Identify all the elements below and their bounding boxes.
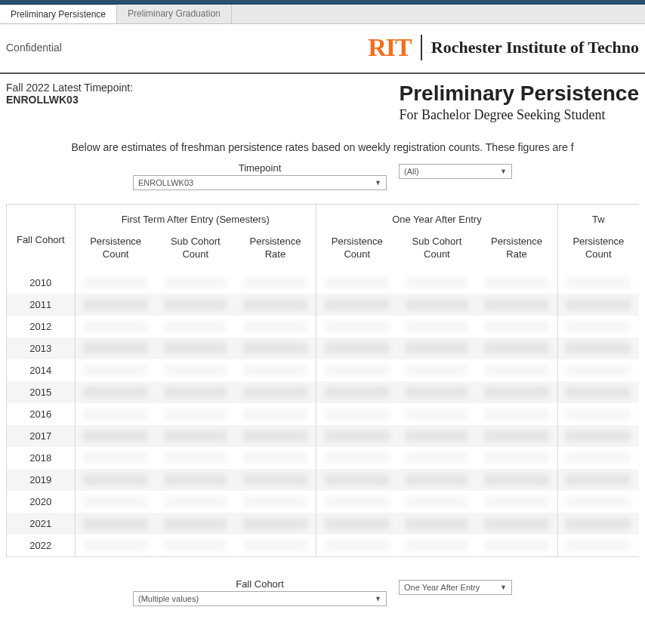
data-cell [156,359,235,381]
data-cell [75,469,156,491]
data-cell [316,535,398,556]
col-pc2: PersistenceCount [316,231,398,272]
col-sc2: Sub CohortCount [397,231,476,272]
data-cell [476,381,557,403]
data-cell [235,425,316,447]
data-cell [75,337,156,359]
data-cell [75,294,156,316]
data-cell [316,359,398,381]
table-row: 2011 [7,294,639,316]
data-cell [476,491,557,513]
table-row: 2022 [7,535,639,556]
data-cell [235,403,316,425]
group-one-year: One Year After Entry [316,205,558,231]
data-cell [557,491,639,513]
table-row: 2015 [7,381,639,403]
col-pc3: PersistenceCount [557,231,639,272]
data-cell [316,513,398,535]
year-cell: 2012 [7,316,75,337]
data-cell [75,272,156,294]
col-pr1: PersistenceRate [235,231,316,272]
data-cell [156,337,235,359]
table-col-headers: PersistenceCount Sub CohortCount Persist… [7,231,639,272]
data-cell [316,469,398,491]
data-cell [316,316,398,337]
data-cell [75,403,156,425]
group-first-term: First Term After Entry (Semesters) [75,205,316,231]
col-sc1: Sub CohortCount [156,231,235,272]
col-pr2: PersistenceRate [476,231,557,272]
data-cell [75,513,156,535]
data-cell [397,513,476,535]
data-cell [75,447,156,469]
table-row: 2020 [7,491,639,513]
other-dropdown-value: (All) [404,167,419,176]
year-cell: 2016 [7,403,75,425]
data-cell [397,535,476,556]
timepoint-dropdown[interactable]: ENROLLWK03 ▼ [133,175,387,190]
period-dropdown[interactable]: One Year After Entry ▼ [399,580,512,595]
tab-graduation[interactable]: Preliminary Graduation [117,5,232,23]
table-row: 2014 [7,359,639,381]
chevron-down-icon: ▼ [500,168,507,175]
data-cell [557,337,639,359]
data-cell [397,294,476,316]
fallcohort-dropdown[interactable]: (Multiple values) ▼ [133,591,387,606]
data-table-wrap: Fall Cohort First Term After Entry (Seme… [6,204,639,557]
year-cell: 2013 [7,337,75,359]
year-cell: 2014 [7,359,75,381]
other-dropdown[interactable]: (All) ▼ [399,164,512,179]
table-group-header: Fall Cohort First Term After Entry (Seme… [7,205,639,231]
group-two-year: Tw [557,205,639,231]
top-filter-row: Timepoint ENROLLWK03 ▼ (All) ▼ [0,162,645,190]
data-cell [397,272,476,294]
data-cell [557,294,639,316]
data-cell [476,535,557,556]
data-cell [235,381,316,403]
table-row: 2019 [7,469,639,491]
data-cell [397,425,476,447]
year-cell: 2015 [7,381,75,403]
data-cell [156,403,235,425]
timepoint-dropdown-value: ENROLLWK03 [138,178,193,187]
data-cell [397,381,476,403]
data-cell [397,447,476,469]
table-row: 2013 [7,337,639,359]
tab-persistence[interactable]: Preliminary Persistence [0,5,117,23]
data-cell [397,337,476,359]
data-cell [316,491,398,513]
data-cell [476,425,557,447]
data-cell [156,381,235,403]
timepoint-meta: Fall 2022 Latest Timepoint: ENROLLWK03 [6,82,133,123]
fall-cohort-header: Fall Cohort [7,205,75,272]
data-cell [235,359,316,381]
data-cell [557,359,639,381]
filter-timepoint-label: Timepoint [239,162,282,174]
data-cell [557,316,639,337]
data-cell [557,425,639,447]
confidential-label: Confidential [6,42,62,54]
title-block: Preliminary Persistence For Bachelor Deg… [399,82,639,123]
data-cell [557,447,639,469]
data-cell [156,294,235,316]
data-cell [316,272,398,294]
table-body: 2010201120122013201420152016201720182019… [7,272,639,556]
chevron-down-icon: ▼ [375,179,381,186]
data-cell [476,337,557,359]
data-cell [476,316,557,337]
data-cell [235,469,316,491]
year-cell: 2018 [7,447,75,469]
data-cell [557,513,639,535]
data-cell [316,381,398,403]
filter-fallcohort-group: Fall Cohort (Multiple values) ▼ [133,578,387,606]
timepoint-value: ENROLLWK03 [6,94,133,106]
data-cell [557,403,639,425]
year-cell: 2020 [7,491,75,513]
table-row: 2018 [7,447,639,469]
timepoint-label: Fall 2022 Latest Timepoint: [6,82,133,94]
data-cell [476,359,557,381]
bottom-filter-row: Fall Cohort (Multiple values) ▼ One Year… [0,578,645,606]
chevron-down-icon: ▼ [500,584,507,591]
page-title: Preliminary Persistence [399,82,639,106]
data-cell [235,316,316,337]
